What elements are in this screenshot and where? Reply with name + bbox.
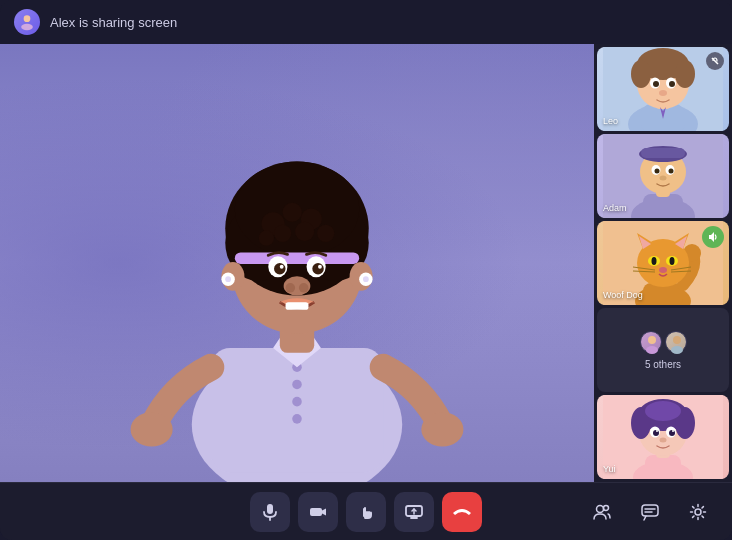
svg-point-75 xyxy=(659,267,667,273)
svg-rect-31 xyxy=(286,302,309,310)
toolbar-right xyxy=(582,492,718,532)
svg-point-27 xyxy=(318,265,322,269)
svg-point-20 xyxy=(317,225,334,242)
participant-tile-yui[interactable]: Yui xyxy=(597,395,729,479)
svg-point-97 xyxy=(656,430,658,432)
svg-point-52 xyxy=(659,90,667,96)
participant-tile-others[interactable]: 5 others xyxy=(597,308,729,392)
svg-rect-103 xyxy=(363,508,365,517)
svg-point-26 xyxy=(280,265,284,269)
svg-point-38 xyxy=(131,412,173,446)
svg-point-108 xyxy=(597,505,604,512)
svg-point-96 xyxy=(669,430,675,436)
svg-point-1 xyxy=(21,24,33,31)
svg-point-50 xyxy=(653,81,659,87)
app-container: Alex is sharing screen xyxy=(0,0,732,540)
svg-point-17 xyxy=(274,225,291,242)
svg-point-109 xyxy=(604,505,609,510)
toolbar xyxy=(0,482,732,540)
svg-point-7 xyxy=(292,414,302,424)
top-bar: Alex is sharing screen xyxy=(0,0,732,44)
svg-point-99 xyxy=(660,438,667,443)
woof-name: Woof Dog xyxy=(603,290,643,300)
svg-point-73 xyxy=(652,257,657,265)
svg-point-46 xyxy=(631,60,651,88)
raise-hand-button[interactable] xyxy=(346,492,386,532)
svg-point-92 xyxy=(645,401,681,421)
svg-point-18 xyxy=(295,222,314,241)
svg-point-19 xyxy=(259,230,274,245)
svg-point-95 xyxy=(653,430,659,436)
svg-rect-100 xyxy=(267,504,273,514)
svg-point-6 xyxy=(292,397,302,407)
svg-point-15 xyxy=(283,203,302,222)
share-screen-button[interactable] xyxy=(394,492,434,532)
svg-point-98 xyxy=(672,430,674,432)
yui-name: Yui xyxy=(603,464,616,474)
svg-rect-86 xyxy=(645,455,681,479)
svg-point-39 xyxy=(421,412,463,446)
svg-point-82 xyxy=(673,336,681,344)
svg-point-35 xyxy=(363,276,369,282)
participant-tile-adam[interactable]: Adam xyxy=(597,134,729,218)
leo-name: Leo xyxy=(603,116,618,126)
participants-button[interactable] xyxy=(582,492,622,532)
svg-point-63 xyxy=(655,169,660,174)
host-avatar xyxy=(14,9,40,35)
svg-rect-60 xyxy=(641,148,685,158)
leo-mute-badge xyxy=(706,52,724,70)
svg-point-83 xyxy=(671,346,683,354)
participants-sidebar: Leo xyxy=(594,44,732,482)
svg-point-0 xyxy=(24,15,31,22)
svg-point-29 xyxy=(286,283,296,293)
chat-button[interactable] xyxy=(630,492,670,532)
participant-tile-leo[interactable]: Leo xyxy=(597,47,729,131)
settings-button[interactable] xyxy=(678,492,718,532)
main-content: Leo xyxy=(0,44,732,482)
svg-point-30 xyxy=(299,283,309,293)
svg-rect-102 xyxy=(310,508,322,516)
svg-point-51 xyxy=(669,81,675,87)
svg-point-80 xyxy=(648,336,656,344)
others-label: 5 others xyxy=(645,359,681,370)
svg-point-113 xyxy=(695,509,701,515)
svg-point-24 xyxy=(274,263,285,274)
svg-rect-21 xyxy=(235,252,359,263)
woof-speaker-badge xyxy=(702,226,724,248)
svg-point-37 xyxy=(225,276,231,282)
svg-point-25 xyxy=(312,263,323,274)
svg-rect-110 xyxy=(642,505,658,516)
svg-point-47 xyxy=(675,60,695,88)
camera-button[interactable] xyxy=(298,492,338,532)
main-video xyxy=(0,44,594,482)
sharing-text: Alex is sharing screen xyxy=(50,15,177,30)
svg-point-5 xyxy=(292,380,302,390)
svg-rect-56 xyxy=(643,194,683,218)
svg-point-65 xyxy=(660,176,667,181)
svg-point-64 xyxy=(669,169,674,174)
others-avatars xyxy=(640,331,687,353)
main-character xyxy=(127,44,467,482)
svg-point-74 xyxy=(670,257,675,265)
hangup-button[interactable] xyxy=(442,492,482,532)
participant-tile-woof[interactable]: Woof Dog xyxy=(597,221,729,305)
adam-name: Adam xyxy=(603,203,627,213)
svg-point-81 xyxy=(646,346,658,354)
mic-button[interactable] xyxy=(250,492,290,532)
